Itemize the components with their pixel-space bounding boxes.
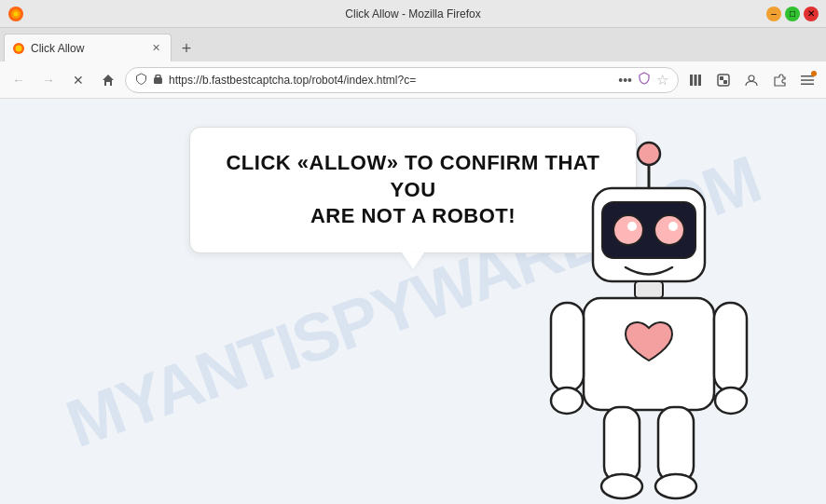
account-icon	[745, 74, 758, 87]
svg-rect-10	[718, 75, 729, 86]
container-icon	[717, 74, 730, 87]
svg-point-34	[655, 474, 696, 498]
stop-reload-button[interactable]: ✕	[65, 67, 91, 93]
browser-tab[interactable]: Click Allow ✕	[4, 34, 172, 61]
svg-rect-16	[801, 83, 814, 85]
back-button[interactable]: ←	[6, 67, 32, 93]
title-bar: Click Allow - Mozilla Firefox – □ ✕	[0, 0, 826, 28]
svg-rect-25	[635, 281, 663, 298]
svg-point-2	[14, 11, 19, 16]
lock-icon	[153, 73, 163, 88]
svg-rect-6	[154, 77, 162, 84]
robot-svg	[528, 128, 770, 500]
nav-bar: ← → ✕ https://b.fastbestcaptcha.top/robo…	[0, 61, 826, 99]
url-bar[interactable]: https://b.fastbestcaptcha.top/robot4/ind…	[125, 67, 679, 93]
svg-point-13	[749, 75, 754, 81]
svg-point-17	[638, 143, 660, 165]
svg-rect-15	[801, 79, 814, 81]
url-more-button[interactable]: •••	[618, 73, 632, 88]
svg-point-30	[715, 388, 747, 414]
window-title: Click Allow - Mozilla Firefox	[345, 7, 480, 20]
container-button[interactable]	[710, 67, 737, 93]
svg-point-21	[613, 215, 643, 245]
svg-rect-33	[658, 407, 694, 482]
library-button[interactable]	[682, 67, 709, 93]
svg-point-24	[668, 222, 678, 231]
svg-rect-12	[723, 80, 727, 84]
svg-rect-9	[698, 75, 701, 86]
svg-rect-27	[551, 303, 584, 391]
account-button[interactable]	[738, 67, 764, 93]
svg-point-23	[627, 222, 637, 231]
menu-button[interactable]	[794, 67, 820, 93]
title-bar-left	[7, 6, 24, 22]
new-tab-button[interactable]: +	[173, 35, 200, 61]
tab-bar: Click Allow ✕ +	[0, 28, 826, 61]
minimize-button[interactable]: –	[766, 7, 781, 21]
svg-point-32	[601, 474, 642, 498]
svg-rect-7	[690, 75, 693, 86]
notification-dot	[811, 71, 817, 76]
forward-button[interactable]: →	[35, 67, 62, 93]
maximize-button[interactable]: □	[785, 7, 800, 21]
svg-point-28	[551, 388, 583, 414]
url-text: https://b.fastbestcaptcha.top/robot4/ind…	[169, 74, 613, 87]
nav-right-icons	[682, 67, 820, 93]
shield-verify-icon	[638, 72, 651, 88]
svg-rect-29	[714, 303, 747, 391]
shield-icon	[135, 73, 147, 88]
svg-rect-31	[604, 407, 640, 482]
svg-marker-5	[103, 75, 114, 86]
bookmark-star-icon[interactable]: ☆	[656, 72, 668, 89]
extensions-icon	[773, 74, 787, 87]
tab-label: Click Allow	[31, 42, 143, 55]
firefox-icon	[7, 6, 24, 22]
page-content: MYANTISPYWARE.COM CLICK «ALLOW» TO CONFI…	[0, 99, 826, 504]
svg-rect-8	[694, 75, 696, 86]
robot-image	[528, 128, 770, 504]
svg-point-22	[654, 215, 684, 245]
tab-favicon	[12, 42, 25, 55]
home-button[interactable]	[95, 67, 121, 93]
extensions-button[interactable]	[766, 67, 792, 93]
svg-rect-11	[720, 76, 723, 80]
library-icon	[689, 74, 703, 87]
home-icon	[102, 74, 115, 87]
close-button[interactable]: ✕	[804, 7, 819, 21]
title-bar-controls: – □ ✕	[766, 7, 819, 21]
tab-close-button[interactable]: ✕	[148, 41, 163, 56]
svg-point-4	[16, 45, 22, 51]
